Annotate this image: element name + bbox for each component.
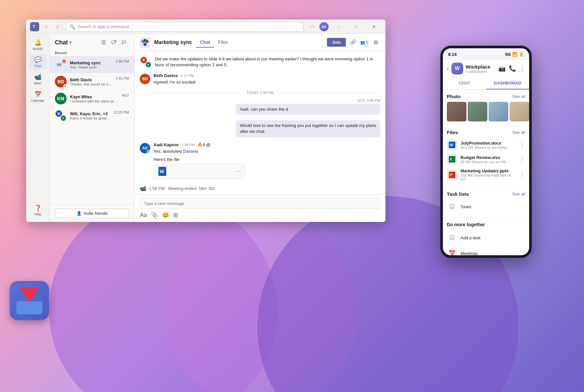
sidebar-label-activity: Activity — [33, 47, 43, 51]
people-icon: 👥 — [360, 40, 365, 45]
attach-file-button[interactable]: 📎 — [151, 212, 158, 219]
invite-friends-button[interactable]: 👤 Invite friends — [55, 209, 129, 218]
participants-badge: 👥 5 — [360, 40, 368, 45]
msg-text-aadi: Yes, absolutely Daniela — [154, 149, 380, 154]
format-text-button[interactable]: Aa — [140, 212, 147, 219]
task-see-all[interactable]: See all — [512, 192, 525, 196]
photo-thumb-4 — [510, 102, 529, 121]
sidebar-item-calendar[interactable]: 📅 Calendar — [29, 88, 47, 104]
teams-window: T ‹ › 🔍 Search or type a command ··· AK … — [26, 20, 385, 222]
back-button[interactable]: ‹ — [42, 22, 51, 31]
tab-chat[interactable]: Chat — [196, 37, 214, 48]
phone-header: ‹ W Workplace 5 participants 📷 📞 ⋮ — [443, 60, 529, 77]
do-more-add-task[interactable]: ☑ Add a task — [447, 230, 525, 245]
message-input[interactable] — [140, 198, 380, 209]
search-bar[interactable]: 🔍 Search or type a command — [66, 22, 303, 32]
activity-icon: 🔔 — [34, 39, 42, 46]
join-button[interactable]: Join — [327, 38, 346, 47]
phone-tab-chat[interactable]: CHAT — [443, 77, 486, 89]
close-button[interactable]: ✕ — [366, 22, 381, 32]
file-item-marketing-updates[interactable]: P Marketing Updates.pptx 101 MB Shared b… — [447, 166, 525, 183]
sidebar-label-help: Help — [34, 212, 41, 216]
title-bar-actions: ··· AK − □ ✕ — [307, 22, 381, 32]
chevron-down-icon: ▾ — [69, 40, 71, 45]
recent-label: Recent — [50, 50, 134, 56]
emoji-button[interactable]: 😊 — [162, 212, 169, 219]
phone-more-icon[interactable]: ⋮ — [519, 65, 525, 72]
phone-tab-dashboard[interactable]: DASHBORAD — [486, 77, 529, 89]
file-attachment-docx[interactable]: W ··· — [154, 164, 245, 179]
svg-text:A: A — [63, 60, 65, 63]
chat-name-will-group: Will, Kayo, Eric, +2 — [70, 111, 110, 116]
more-options-toolbar-button[interactable]: ⊞ — [173, 212, 178, 219]
own-bubble-1: 5/13, 2:00 PM Aadi, can you share the d — [236, 99, 380, 115]
phone-mockup: 8:14 5G 📶 🔋 ‹ W Workplace 5 participants… — [440, 46, 532, 258]
tab-files[interactable]: Files — [214, 37, 232, 48]
meetings-icon: 📅 — [447, 248, 457, 258]
do-more-meetings[interactable]: 📅 Meetings — [447, 245, 525, 258]
chat-item-marketing-sync[interactable]: MK A Marketing sync You: Thank you!! 1:5… — [50, 56, 134, 73]
chat-header: Marketing sync Chat Files Join 🔗 👥 5 ⊞ — [135, 34, 385, 51]
chat-item-kayo-miwa[interactable]: KM Kayo Miwa I reviewed with the client … — [50, 90, 134, 107]
input-toolbar: Aa 📎 😊 ⊞ — [140, 212, 380, 219]
sidebar-item-chat[interactable]: 💬 Chat — [29, 54, 47, 70]
chat-info-kayo: Kayo Miwa I reviewed with the client on … — [70, 94, 119, 103]
forward-button[interactable]: › — [53, 22, 62, 31]
sidebar-label-chat: Chat — [34, 64, 41, 68]
task-item-tasks[interactable]: ☑ Tasks — [447, 199, 525, 214]
new-chat-button[interactable] — [120, 38, 129, 47]
svg-text:P: P — [450, 173, 452, 177]
phone-video-icon[interactable]: 📷 — [498, 65, 506, 72]
file-more-marketing-updates[interactable]: ⋮ — [519, 171, 525, 179]
user-avatar[interactable]: AK — [319, 22, 329, 31]
file-more-july[interactable]: ⋮ — [519, 141, 525, 149]
expand-icon-button[interactable]: ⊞ — [371, 38, 380, 47]
new-chat-group-button[interactable] — [109, 38, 119, 47]
file-title-marketing-updates: Marketing Updates.pptx — [461, 168, 516, 173]
sidebar-item-activity[interactable]: 🔔 Activity — [29, 37, 47, 53]
maximize-button[interactable]: □ — [349, 22, 364, 32]
task-title: Task lists — [447, 191, 469, 197]
online-dot-aadi — [147, 150, 150, 153]
sidebar-bottom: ❓ Help — [29, 202, 47, 219]
files-see-all[interactable]: See all — [512, 130, 525, 135]
file-item-budget[interactable]: X Budget Review.xlsx 28 KB Shared by you… — [447, 152, 525, 166]
svg-rect-8 — [140, 37, 150, 48]
chat-name-kayo: Kayo Miwa — [70, 94, 119, 99]
photo-thumb-1 — [447, 102, 466, 121]
photos-section-header: Photo See all — [447, 94, 525, 99]
chat-icon: 💬 — [34, 56, 42, 64]
chat-item-beth-davis[interactable]: BD Beth Davis Thanks, that would be nice… — [50, 73, 134, 90]
chat-name-beth: Beth Davis — [70, 77, 112, 82]
phone-dashboard-content[interactable]: Photo See all Files See all W — [443, 90, 529, 258]
meeting-ended-text: 1:58 PM Meeting ended: 58m 32s — [149, 186, 215, 191]
more-options-button[interactable]: ··· — [307, 23, 317, 31]
phone-time: 8:14 — [448, 52, 457, 57]
chat-list-actions: ☰ — [99, 38, 129, 47]
channel-avatar — [140, 37, 150, 48]
phone-back-button[interactable]: ‹ — [447, 65, 449, 72]
filter-button[interactable]: ☰ — [99, 38, 108, 47]
own-bubble-text-2: Would love to see the framing you put to… — [236, 120, 380, 137]
file-more-button[interactable]: ··· — [236, 168, 241, 174]
message-group-2: BD Beth Davies 1:37 PM Agreed! I'm so ex… — [140, 73, 380, 85]
phone-call-icon[interactable]: 📞 — [509, 65, 516, 72]
msg-avatar-2: K — [145, 61, 152, 68]
msg-text-beth: Agreed! I'm so excited — [154, 79, 380, 85]
sidebar-item-meet[interactable]: 📹 Meet — [29, 71, 47, 87]
photos-see-all[interactable]: See all — [512, 94, 525, 99]
minimize-button[interactable]: − — [331, 22, 346, 32]
chat-item-will-group[interactable]: W K Will, Kayo, Eric, +2 Kayo: It would … — [50, 107, 134, 124]
sidebar-item-help[interactable]: ❓ Help — [29, 202, 47, 218]
message-input-area: Aa 📎 😊 ⊞ — [135, 195, 385, 222]
link-icon-button[interactable]: 🔗 — [349, 38, 358, 47]
messages-area[interactable]: B K Did we make the updates to slide 4-6… — [135, 51, 385, 195]
file-item-july[interactable]: W JulyPromotion.docx 40.2 KB Shared by y… — [447, 138, 525, 152]
meeting-ended-notice: 📹 1:58 PM Meeting ended: 58m 32s — [140, 184, 380, 193]
phone-channel-sub: 5 participants — [466, 70, 496, 73]
file-more-budget[interactable]: ⋮ — [519, 156, 525, 163]
phone-header-icons: 📷 📞 ⋮ — [498, 65, 525, 72]
chat-header-actions: Join 🔗 👥 5 ⊞ — [327, 38, 380, 47]
file-meta-july: 40.2 KB Shared by you today — [461, 146, 516, 149]
chat-tab-bar: Chat Files — [196, 37, 232, 48]
